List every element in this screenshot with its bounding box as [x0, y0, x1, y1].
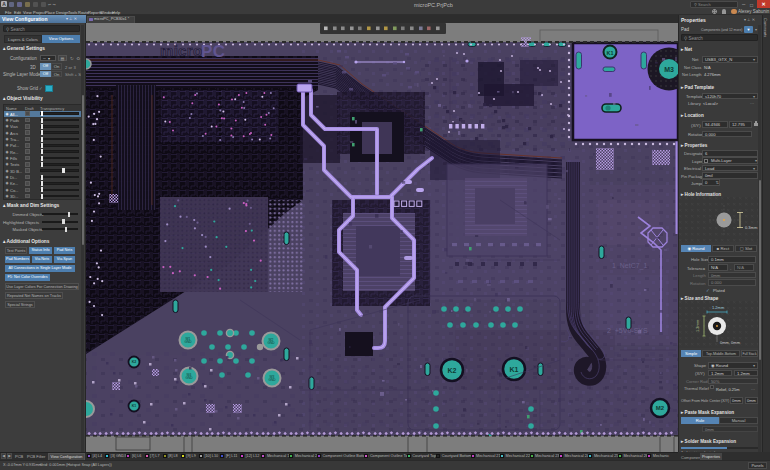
svg-text:1 NetC7_1: 1 NetC7_1: [612, 262, 648, 270]
svg-text:K1: K1: [606, 50, 613, 56]
svg-text:K1: K1: [510, 366, 519, 373]
svg-text:0.3mm: 0.3mm: [745, 225, 758, 230]
svg-text:K1: K1: [132, 404, 137, 408]
svg-text:0mm, 0mm: 0mm, 0mm: [720, 340, 741, 345]
svg-text:K2: K2: [132, 360, 137, 364]
svg-text:GND: GND: [185, 376, 193, 380]
svg-text:GND: GND: [267, 341, 275, 345]
svg-text:1.2mm: 1.2mm: [695, 319, 700, 332]
svg-text:1.2mm: 1.2mm: [712, 305, 725, 310]
svg-text:M3: M3: [664, 66, 674, 73]
svg-text:M2: M2: [656, 405, 665, 411]
svg-text:PC: PC: [201, 42, 225, 61]
svg-text:GND: GND: [184, 340, 192, 344]
svg-text:2 +5V0-SYS: 2 +5V0-SYS: [607, 327, 648, 334]
svg-text:K2: K2: [448, 367, 457, 374]
svg-text:GND: GND: [268, 378, 276, 382]
svg-text:micro: micro: [160, 42, 202, 59]
